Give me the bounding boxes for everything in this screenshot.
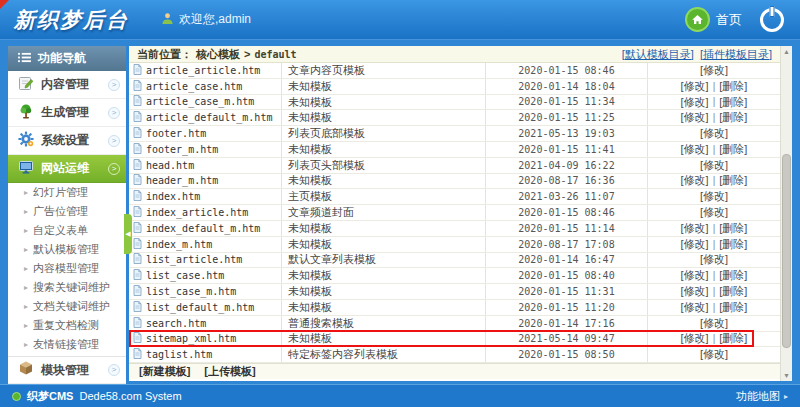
- sidebar-item-module[interactable]: 模块管理 >: [8, 356, 126, 384]
- breadcrumb-section-link[interactable]: 核心模板: [196, 47, 240, 62]
- sidebar-item-label: 生成管理: [41, 104, 101, 121]
- modify-link[interactable]: [修改]: [700, 253, 728, 268]
- delete-link[interactable]: [删除]: [719, 95, 747, 110]
- sidebar-subitem-9[interactable]: ▸友情链接管理: [8, 335, 126, 354]
- delete-link[interactable]: [删除]: [719, 332, 747, 347]
- modified-date: 2020-01-15 11:31: [486, 284, 648, 299]
- scrollbar: ▲ ▼: [780, 46, 792, 381]
- template-dir-link-1[interactable]: [默认模板目录]: [622, 47, 694, 62]
- file-name[interactable]: list_article.htm: [146, 254, 242, 265]
- sidebar-subitem-5[interactable]: ▸内容模型管理: [8, 259, 126, 278]
- file-name[interactable]: sitemap_xml.htm: [146, 333, 236, 344]
- file-name[interactable]: index.htm: [146, 191, 200, 202]
- delete-link[interactable]: [删除]: [719, 221, 747, 236]
- file-name[interactable]: list_default_m.htm: [146, 302, 254, 313]
- file-name[interactable]: footer_m.htm: [146, 144, 218, 155]
- sidebar-item-label: 内容管理: [41, 76, 101, 93]
- new-template-button[interactable]: [新建模板]: [139, 364, 190, 379]
- template-description: 主页模板: [282, 189, 486, 204]
- delete-link[interactable]: [删除]: [719, 174, 747, 189]
- sidebar-item-2[interactable]: 生成管理>: [8, 99, 126, 127]
- sidebar-subitem-7[interactable]: ▸文档关键词维护: [8, 297, 126, 316]
- modify-link[interactable]: [修改]: [681, 300, 709, 315]
- main-panel: 当前位置： 核心模板 > default [默认模板目录][插件模板目录] ar…: [129, 46, 792, 381]
- sidebar-subitem-1[interactable]: ▸幻灯片管理: [8, 183, 126, 202]
- template-dir-link-2[interactable]: [插件模板目录]: [700, 47, 772, 62]
- modify-link[interactable]: [修改]: [700, 63, 728, 78]
- sidebar-subitem-label: 默认模板管理: [33, 242, 99, 257]
- modify-link[interactable]: [修改]: [681, 174, 709, 189]
- modify-link[interactable]: [修改]: [700, 189, 728, 204]
- modify-link[interactable]: [修改]: [681, 237, 709, 252]
- modified-date: 2020-01-15 11:41: [486, 142, 648, 157]
- scroll-down-icon[interactable]: ▼: [783, 370, 790, 381]
- sitemap-link[interactable]: 功能地图 ▸: [736, 389, 788, 404]
- table-row: article_case_m.htm未知模板2020-01-15 11:34[修…: [129, 95, 780, 111]
- modify-link[interactable]: [修改]: [681, 332, 709, 347]
- file-name[interactable]: article_article.htm: [146, 65, 260, 76]
- file-name[interactable]: head.htm: [146, 160, 194, 171]
- delete-link[interactable]: [删除]: [719, 79, 747, 94]
- file-name[interactable]: footer.htm: [146, 128, 206, 139]
- sidebar-item-4[interactable]: 网站运维>: [8, 155, 126, 183]
- scrollbar-thumb[interactable]: [782, 154, 791, 348]
- modify-link[interactable]: [修改]: [700, 205, 728, 220]
- row-actions: [修改]: [648, 63, 780, 78]
- file-name[interactable]: article_case.htm: [146, 81, 242, 92]
- file-name[interactable]: index_default_m.htm: [146, 223, 260, 234]
- action-separator: |: [713, 286, 716, 297]
- delete-link[interactable]: [删除]: [719, 268, 747, 283]
- file-icon: [133, 269, 142, 282]
- delete-link[interactable]: [删除]: [719, 142, 747, 157]
- modify-link[interactable]: [修改]: [681, 79, 709, 94]
- file-name[interactable]: index_m.htm: [146, 239, 212, 250]
- file-name[interactable]: article_default_m.htm: [146, 112, 272, 123]
- sidebar-item-1[interactable]: 内容管理>: [8, 71, 126, 99]
- monitor-icon: [18, 159, 34, 179]
- sidebar-item-label: 系统设置: [41, 132, 101, 149]
- bottom-button-bar: [新建模板][上传模板]: [129, 363, 780, 379]
- file-name[interactable]: header_m.htm: [146, 175, 218, 186]
- upload-template-button[interactable]: [上传模板]: [204, 364, 255, 379]
- modify-link[interactable]: [修改]: [681, 95, 709, 110]
- file-name[interactable]: search.htm: [146, 318, 206, 329]
- template-description: 特定标签内容列表模板: [282, 347, 486, 362]
- sidebar-subitem-4[interactable]: ▸默认模板管理: [8, 240, 126, 259]
- modify-link[interactable]: [修改]: [700, 347, 728, 362]
- sidebar-subitem-6[interactable]: ▸搜索关键词维护: [8, 278, 126, 297]
- modify-link[interactable]: [修改]: [681, 142, 709, 157]
- modify-link[interactable]: [修改]: [700, 316, 728, 331]
- sidebar-subitem-8[interactable]: ▸重复文档检测: [8, 316, 126, 335]
- sidebar-subitem-3[interactable]: ▸自定义表单: [8, 221, 126, 240]
- sidebar-item-3[interactable]: 系统设置>: [8, 127, 126, 155]
- modify-link[interactable]: [修改]: [700, 158, 728, 173]
- bullet-arrow-icon: ▸: [24, 188, 28, 197]
- modify-link[interactable]: [修改]: [681, 284, 709, 299]
- arrow-right-icon: ▸: [784, 392, 788, 401]
- modify-link[interactable]: [修改]: [681, 221, 709, 236]
- template-description: 未知模板: [282, 110, 486, 125]
- scrollbar-track[interactable]: [781, 57, 792, 370]
- modify-link[interactable]: [修改]: [700, 126, 728, 141]
- template-description: 普通搜索模板: [282, 316, 486, 331]
- file-name[interactable]: article_case_m.htm: [146, 96, 254, 107]
- logout-power-icon[interactable]: [760, 8, 784, 32]
- file-name[interactable]: index_article.htm: [146, 207, 248, 218]
- modify-link[interactable]: [修改]: [681, 268, 709, 283]
- template-description: 未知模板: [282, 300, 486, 315]
- delete-link[interactable]: [删除]: [719, 284, 747, 299]
- file-name[interactable]: taglist.htm: [146, 349, 212, 360]
- delete-link[interactable]: [删除]: [719, 300, 747, 315]
- template-description: 列表页头部模板: [282, 158, 486, 173]
- file-name[interactable]: list_case_m.htm: [146, 286, 236, 297]
- edit-icon: [18, 75, 34, 95]
- delete-link[interactable]: [删除]: [719, 237, 747, 252]
- scroll-up-icon[interactable]: ▲: [783, 46, 790, 57]
- delete-link[interactable]: [删除]: [719, 110, 747, 125]
- modify-link[interactable]: [修改]: [681, 110, 709, 125]
- file-name[interactable]: list_case.htm: [146, 270, 224, 281]
- home-button[interactable]: 首页: [685, 7, 742, 32]
- sidebar-collapse-handle[interactable]: ◀: [124, 214, 132, 254]
- sidebar-subitem-2[interactable]: ▸广告位管理: [8, 202, 126, 221]
- template-description: 未知模板: [282, 332, 486, 347]
